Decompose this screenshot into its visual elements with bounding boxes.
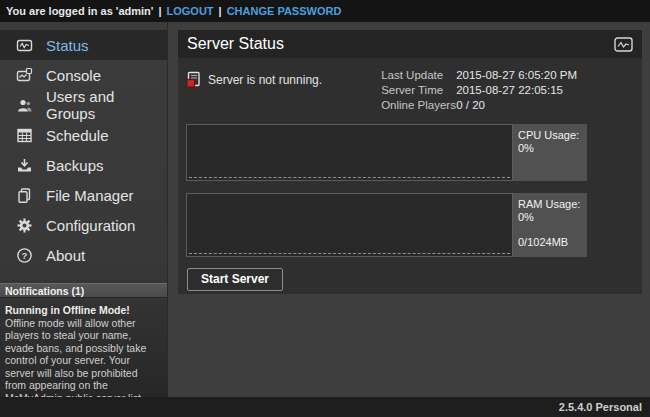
sidebar-item-schedule[interactable]: Schedule xyxy=(0,120,167,150)
separator: | xyxy=(219,5,222,17)
ram-usage-block: RAM Usage: 0% 0/1024MB xyxy=(186,193,634,257)
sidebar-item-label: Schedule xyxy=(46,127,109,144)
sidebar: Status Console Users and Groups Schedule xyxy=(0,22,168,417)
cpu-usage-info: CPU Usage: 0% xyxy=(513,124,587,181)
separator: | xyxy=(158,5,161,17)
sidebar-item-label: About xyxy=(46,247,85,264)
main-content: Server Status Server is not running. Las… xyxy=(169,22,650,397)
sidebar-item-file-manager[interactable]: File Manager xyxy=(0,180,167,210)
sidebar-item-about[interactable]: ? About xyxy=(0,240,167,270)
info-label: Server Time xyxy=(381,83,456,98)
info-value: 0 / 20 xyxy=(456,98,485,113)
status-message: Server is not running. xyxy=(208,71,322,87)
sidebar-item-label: Status xyxy=(46,37,89,54)
sidebar-item-backups[interactable]: Backups xyxy=(0,150,167,180)
cpu-usage-label: CPU Usage: xyxy=(518,129,582,142)
server-status-panel: Server is not running. Last Update 2015-… xyxy=(178,58,642,294)
backups-icon xyxy=(16,157,33,174)
sidebar-item-status[interactable]: Status xyxy=(0,30,167,60)
sidebar-item-label: Configuration xyxy=(46,217,135,234)
cpu-usage-chart xyxy=(186,124,513,181)
gear-icon xyxy=(16,217,33,234)
sidebar-item-label: File Manager xyxy=(46,187,134,204)
sidebar-item-users-and-groups[interactable]: Users and Groups xyxy=(0,90,167,120)
status-message-block: Server is not running. xyxy=(186,68,322,118)
ram-usage-value: 0% xyxy=(518,211,582,224)
page-title: Server Status xyxy=(187,35,284,53)
logged-in-text: You are logged in as 'admin' xyxy=(6,5,153,17)
sidebar-menu: Status Console Users and Groups Schedule xyxy=(0,22,167,270)
notification-title: Running in Offline Mode! xyxy=(5,304,161,317)
info-value: 2015-08-27 22:05:15 xyxy=(456,83,563,98)
ram-usage-detail: 0/1024MB xyxy=(518,236,582,249)
change-password-link[interactable]: CHANGE PASSWORD xyxy=(227,5,342,17)
info-row: Server Time 2015-08-27 22:05:15 xyxy=(381,83,577,98)
ram-usage-label: RAM Usage: xyxy=(518,198,582,211)
users-icon xyxy=(16,97,33,114)
sidebar-item-console[interactable]: Console xyxy=(0,60,167,90)
file-manager-icon xyxy=(16,187,33,204)
topbar: You are logged in as 'admin' | LOGOUT | … xyxy=(0,0,650,22)
status-chart-icon xyxy=(16,37,33,54)
ram-usage-chart xyxy=(186,193,513,257)
ram-usage-info: RAM Usage: 0% 0/1024MB xyxy=(513,193,587,257)
info-label: Online Players xyxy=(381,98,456,113)
performance-graph-icon[interactable] xyxy=(614,37,633,52)
server-stopped-icon xyxy=(186,71,201,88)
info-value: 2015-08-27 6:05:20 PM xyxy=(456,68,577,83)
chart-baseline xyxy=(189,253,510,254)
sidebar-item-label: Console xyxy=(46,67,101,84)
svg-text:?: ? xyxy=(22,250,28,261)
notifications-header: Notifications (1) xyxy=(0,283,167,298)
status-row: Server is not running. Last Update 2015-… xyxy=(186,68,634,118)
bottombar: 2.5.4.0 Personal xyxy=(0,397,650,417)
sidebar-item-label: Users and Groups xyxy=(46,88,167,122)
info-row: Online Players 0 / 20 xyxy=(381,98,577,113)
server-info-table: Last Update 2015-08-27 6:05:20 PM Server… xyxy=(381,68,577,118)
sidebar-item-label: Backups xyxy=(46,157,104,174)
info-row: Last Update 2015-08-27 6:05:20 PM xyxy=(381,68,577,83)
console-icon xyxy=(16,67,33,84)
panel-header: Server Status xyxy=(178,30,642,58)
logout-link[interactable]: LOGOUT xyxy=(167,5,214,17)
cpu-usage-value: 0% xyxy=(518,142,582,155)
info-label: Last Update xyxy=(381,68,456,83)
start-server-button[interactable]: Start Server xyxy=(187,268,283,291)
schedule-icon xyxy=(16,127,33,144)
sidebar-item-configuration[interactable]: Configuration xyxy=(0,210,167,240)
chart-baseline xyxy=(189,177,510,178)
version-text: 2.5.4.0 Personal xyxy=(559,401,642,413)
cpu-usage-block: CPU Usage: 0% xyxy=(186,124,634,181)
question-icon: ? xyxy=(16,247,33,264)
